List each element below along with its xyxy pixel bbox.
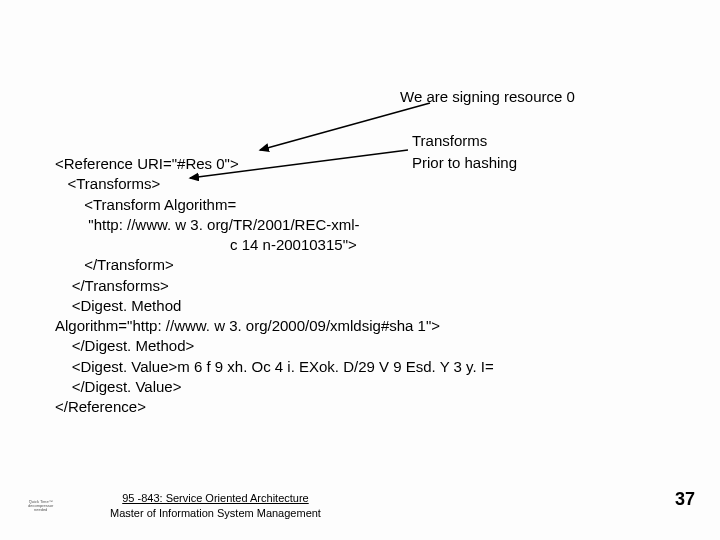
- arrow-signing: [260, 103, 430, 150]
- code-line: <Digest. Value>m 6 f 9 xh. Oc 4 i. EXok.…: [55, 358, 494, 375]
- code-line: </Reference>: [55, 398, 146, 415]
- code-line: </Transforms>: [55, 277, 169, 294]
- code-line: <Transforms>: [55, 175, 160, 192]
- footer-left: 95 -843: Service Oriented Architecture M…: [110, 491, 321, 520]
- watermark-icon: Quick Time™decompressorneeded: [28, 500, 53, 512]
- footer-course: 95 -843: Service Oriented Architecture: [122, 492, 308, 504]
- code-line: <Transform Algorithm=: [55, 196, 236, 213]
- code-line: Algorithm="http: //www. w 3. org/2000/09…: [55, 317, 440, 334]
- code-line: </Transform>: [55, 256, 174, 273]
- slide-number: 37: [675, 489, 695, 510]
- code-line: "http: //www. w 3. org/TR/2001/REC-xml-: [55, 216, 360, 233]
- code-line: </Digest. Value>: [55, 378, 181, 395]
- code-line: </Digest. Method>: [55, 337, 194, 354]
- code-line: c 14 n-20010315">: [55, 236, 357, 253]
- code-line: <Reference URI="#Res 0">: [55, 155, 239, 172]
- xml-code-block: <Reference URI="#Res 0"> <Transforms> <T…: [55, 154, 494, 417]
- annotation-transforms: Transforms: [412, 132, 487, 149]
- code-line: <Digest. Method: [55, 297, 181, 314]
- annotation-signing: We are signing resource 0: [400, 88, 575, 105]
- footer-dept: Master of Information System Management: [110, 507, 321, 519]
